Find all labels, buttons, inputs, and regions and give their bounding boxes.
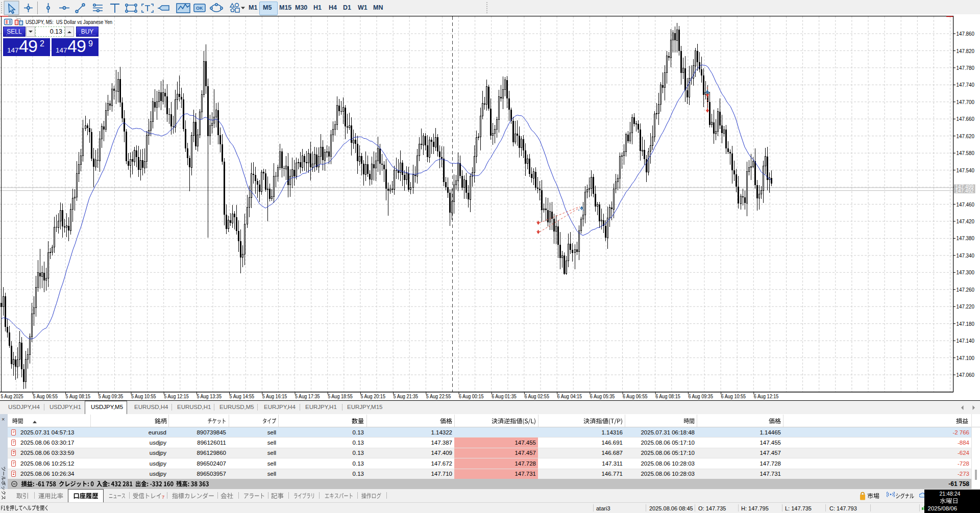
svg-text:147.260: 147.260 — [957, 287, 975, 293]
svg-text:5 Aug 08:15: 5 Aug 08:15 — [66, 393, 91, 399]
svg-text:5 Aug 06:55: 5 Aug 06:55 — [33, 393, 58, 399]
svg-text:5 Aug 22:55: 5 Aug 22:55 — [426, 393, 451, 399]
svg-text:147.580: 147.580 — [957, 150, 975, 156]
svg-text:5 Aug 17:35: 5 Aug 17:35 — [295, 393, 320, 399]
svg-text:147.420: 147.420 — [957, 218, 975, 224]
svg-text:147.380: 147.380 — [957, 235, 975, 241]
svg-text:147.660: 147.660 — [957, 116, 975, 122]
svg-text:6 Aug 06:55: 6 Aug 06:55 — [623, 393, 648, 399]
svg-text:6 Aug 10:55: 6 Aug 10:55 — [721, 393, 746, 399]
svg-text:5 Aug 2025: 5 Aug 2025 — [1, 393, 23, 399]
svg-text:147.820: 147.820 — [957, 48, 975, 54]
svg-text:6 Aug 00:15: 6 Aug 00:15 — [459, 393, 484, 399]
svg-text:5 Aug 14:55: 5 Aug 14:55 — [230, 393, 255, 399]
svg-text:147.100: 147.100 — [957, 355, 975, 361]
svg-text:6 Aug 04:15: 6 Aug 04:15 — [557, 393, 582, 399]
svg-text:147.180: 147.180 — [957, 321, 975, 327]
svg-text:5 Aug 21:35: 5 Aug 21:35 — [394, 393, 419, 399]
svg-text:5 Aug 12:15: 5 Aug 12:15 — [164, 393, 189, 399]
svg-text:147.340: 147.340 — [957, 252, 975, 259]
svg-text:6 Aug 01:35: 6 Aug 01:35 — [492, 393, 517, 399]
svg-text:5 Aug 09:35: 5 Aug 09:35 — [99, 393, 124, 399]
svg-text:147.300: 147.300 — [957, 269, 975, 275]
svg-text:147.220: 147.220 — [957, 303, 975, 310]
svg-text:147.740: 147.740 — [957, 82, 975, 88]
svg-text:147.460: 147.460 — [957, 201, 975, 208]
svg-text:147.492: 147.492 — [955, 188, 974, 194]
svg-text:6 Aug 12:15: 6 Aug 12:15 — [754, 393, 779, 399]
svg-text:5 Aug 18:55: 5 Aug 18:55 — [328, 393, 353, 399]
svg-text:147.620: 147.620 — [957, 133, 975, 139]
svg-text:5 Aug 20:15: 5 Aug 20:15 — [360, 393, 385, 399]
svg-text:6 Aug 09:35: 6 Aug 09:35 — [688, 393, 713, 399]
svg-text:5 Aug 13:35: 5 Aug 13:35 — [197, 393, 222, 399]
svg-text:147.780: 147.780 — [957, 65, 975, 71]
svg-text:147.700: 147.700 — [957, 99, 975, 105]
svg-text:5 Aug 10:55: 5 Aug 10:55 — [131, 393, 156, 399]
svg-text:147.140: 147.140 — [957, 338, 975, 344]
svg-text:6 Aug 08:15: 6 Aug 08:15 — [655, 393, 680, 399]
svg-text:147.860: 147.860 — [957, 31, 975, 37]
svg-text:147.540: 147.540 — [957, 167, 975, 173]
svg-text:6 Aug 02:55: 6 Aug 02:55 — [524, 393, 549, 399]
svg-text:6 Aug 05:35: 6 Aug 05:35 — [590, 393, 615, 399]
svg-text:147.060: 147.060 — [957, 372, 975, 378]
svg-text:5 Aug 16:15: 5 Aug 16:15 — [262, 393, 287, 399]
